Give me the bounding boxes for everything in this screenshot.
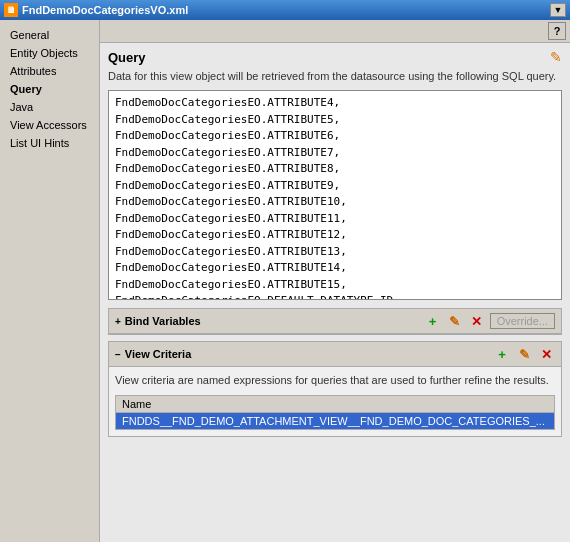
- view-criteria-description: View criteria are named expressions for …: [115, 373, 555, 388]
- sidebar: General Entity Objects Attributes Query …: [0, 20, 100, 542]
- override-button[interactable]: Override...: [490, 313, 555, 329]
- query-description: Data for this view object will be retrie…: [108, 69, 562, 84]
- query-edit-icon[interactable]: ✎: [550, 49, 562, 65]
- bind-variables-section: + Bind Variables + ✎ ✕ Override...: [108, 308, 562, 335]
- sql-container: FndDemoDocCategoriesEO.ATTRIBUTE4, FndDe…: [108, 90, 562, 300]
- title-bar: 🗎 FndDemoDocCategoriesVO.xml ▼: [0, 0, 570, 20]
- bind-variables-actions: + ✎ ✕ Override...: [424, 312, 555, 330]
- criteria-col-name: Name: [116, 395, 555, 412]
- sidebar-item-general[interactable]: General: [0, 26, 99, 44]
- sidebar-item-attributes[interactable]: Attributes: [0, 62, 99, 80]
- sidebar-item-view-accessors[interactable]: View Accessors: [0, 116, 99, 134]
- bind-variables-edit-button[interactable]: ✎: [446, 312, 464, 330]
- help-button[interactable]: ?: [548, 22, 566, 40]
- view-criteria-header[interactable]: − View Criteria + ✎ ✕: [109, 342, 561, 367]
- bind-variables-collapse-icon: +: [115, 316, 121, 327]
- content-body: Query ✎ Data for this view object will b…: [100, 43, 570, 542]
- minimize-button[interactable]: ▼: [550, 3, 566, 17]
- content-area: ? Query ✎ Data for this view object will…: [100, 20, 570, 542]
- view-criteria-edit-button[interactable]: ✎: [515, 345, 533, 363]
- view-criteria-delete-button[interactable]: ✕: [537, 345, 555, 363]
- sidebar-item-query[interactable]: Query: [0, 80, 99, 98]
- query-title: Query: [108, 50, 146, 65]
- bind-variables-title: + Bind Variables: [115, 315, 201, 327]
- sidebar-item-list-ui-hints[interactable]: List UI Hints: [0, 134, 99, 152]
- sidebar-item-java[interactable]: Java: [0, 98, 99, 116]
- window-title: FndDemoDocCategoriesVO.xml: [22, 4, 550, 16]
- content-header: ?: [100, 20, 570, 43]
- view-criteria-actions: + ✎ ✕: [493, 345, 555, 363]
- bind-variables-add-button[interactable]: +: [424, 312, 442, 330]
- sidebar-item-entity-objects[interactable]: Entity Objects: [0, 44, 99, 62]
- main-container: General Entity Objects Attributes Query …: [0, 20, 570, 542]
- table-row[interactable]: FNDDS__FND_DEMO_ATTACHMENT_VIEW__FND_DEM…: [116, 412, 555, 429]
- view-criteria-table: Name FNDDS__FND_DEMO_ATTACHMENT_VIEW__FN…: [115, 395, 555, 430]
- view-criteria-content: View criteria are named expressions for …: [109, 367, 561, 435]
- view-criteria-title: − View Criteria: [115, 348, 191, 360]
- window-controls: ▼: [550, 3, 566, 17]
- file-icon: 🗎: [4, 3, 18, 17]
- view-criteria-section: − View Criteria + ✎ ✕ View criteria are …: [108, 341, 562, 436]
- sql-text[interactable]: FndDemoDocCategoriesEO.ATTRIBUTE4, FndDe…: [109, 91, 561, 299]
- view-criteria-collapse-icon: −: [115, 349, 121, 360]
- bind-variables-delete-button[interactable]: ✕: [468, 312, 486, 330]
- view-criteria-add-button[interactable]: +: [493, 345, 511, 363]
- bind-variables-header[interactable]: + Bind Variables + ✎ ✕ Override...: [109, 309, 561, 334]
- criteria-row-0-name: FNDDS__FND_DEMO_ATTACHMENT_VIEW__FND_DEM…: [116, 412, 555, 429]
- query-section-header: Query ✎: [108, 49, 562, 65]
